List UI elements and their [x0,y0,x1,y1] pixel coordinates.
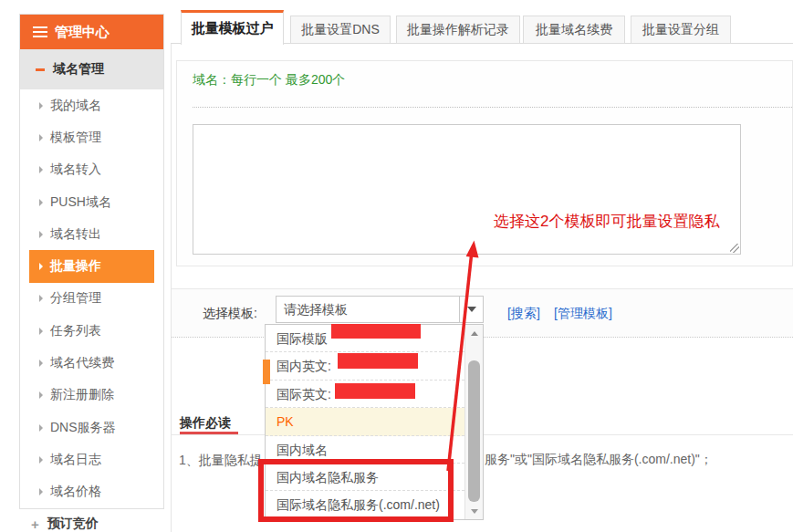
chevron-right-icon [39,328,43,335]
dotted-separator [193,107,792,108]
sidebar-item-label: PUSH域名 [50,194,111,211]
sidebar-footer-label: 预订竞价 [47,516,99,532]
sidebar-item-domain-prices[interactable]: 域名价格 [20,476,163,508]
scroll-down-arrow-icon[interactable] [465,504,483,518]
chevron-right-icon [39,102,43,110]
tab-label: 批量操作解析记录 [407,22,509,38]
dropdown-scrollbar[interactable] [464,325,483,519]
domain-input-panel: 域名：每行一个 最多200个 [176,60,793,266]
sidebar-item-label: 域名转入 [50,162,101,178]
hamburger-menu-icon [33,26,47,37]
chevron-right-icon [39,456,43,464]
sidebar-item-template-management[interactable]: 模板管理 [20,121,163,153]
redaction-box [331,324,421,339]
domain-hint-text: 域名：每行一个 最多200个 [193,72,345,89]
chevron-right-icon [39,231,43,238]
sidebar-item-new-registration-delete[interactable]: 新注册删除 [20,380,163,412]
sidebar-item-my-domains[interactable]: 我的域名 [20,89,163,121]
sidebar-item-list: 我的域名 模板管理 域名转入 PUSH域名 域名转出 批量操作 分组管理 任务列… [20,89,163,508]
tab-label: 批量设置DNS [301,22,380,38]
redaction-box [335,383,415,399]
chevron-right-icon [39,199,43,206]
manage-templates-link[interactable]: [管理模板] [554,289,612,339]
scrollbar-thumb[interactable] [468,360,480,502]
sidebar-item-label: 域名价格 [50,484,101,500]
chevron-right-icon [39,134,43,141]
sidebar-header-title: 管理中心 [55,24,110,41]
chevron-right-icon [39,360,43,367]
sidebar-item-label: 批量操作 [50,258,101,275]
orange-marker-fragment [263,360,270,384]
sidebar: 管理中心 域名管理 我的域名 模板管理 域名转入 PUSH域名 域名转出 批量操… [19,14,164,509]
domain-list-textarea[interactable] [193,124,741,255]
triangle-up-icon [471,331,478,336]
template-select[interactable]: 请选择模板 [276,296,484,323]
chevron-right-icon [39,488,43,495]
sidebar-item-label: 任务列表 [50,323,101,339]
tab-label: 批量模板过户 [192,20,274,37]
dropdown-option-pk[interactable]: PK [266,408,483,435]
sidebar-item-domain-transfer-out[interactable]: 域名转出 [20,218,163,250]
textarea-resize-handle-icon[interactable] [730,244,739,253]
content-left-divider [171,43,172,532]
annotation-callout-text: 选择这2个模板即可批量设置隐私 [494,211,719,232]
sidebar-item-dns-server[interactable]: DNS服务器 [20,412,163,443]
sidebar-item-label: 分组管理 [50,290,101,307]
chevron-right-icon [39,263,43,270]
sidebar-item-label: 模板管理 [50,130,101,146]
tab-batch-dns-records[interactable]: 批量操作解析记录 [396,16,520,44]
chevron-down-icon [467,307,476,312]
select-caret-button[interactable] [459,297,483,322]
sidebar-section-domain-management[interactable]: 域名管理 [20,49,163,89]
sidebar-item-label: 域名日志 [50,452,101,468]
tab-batch-set-dns[interactable]: 批量设置DNS [290,16,391,44]
notice-title: 操作必读 [180,415,231,432]
expand-plus-icon: + [31,516,39,532]
template-select-value: 请选择模板 [284,297,348,322]
sidebar-item-batch-operations[interactable]: 批量操作 [29,250,154,282]
page: 管理中心 域名管理 我的域名 模板管理 域名转入 PUSH域名 域名转出 批量操… [0,0,793,532]
annotation-rectangle [258,459,454,522]
sidebar-item-domain-transfer-in[interactable]: 域名转入 [20,154,163,186]
chevron-right-icon [39,391,43,399]
sidebar-header[interactable]: 管理中心 [20,15,163,49]
sidebar-item-task-list[interactable]: 任务列表 [20,315,163,347]
tab-label: 批量设置分组 [642,22,719,38]
chevron-right-icon [39,166,43,173]
tab-batch-set-group[interactable]: 批量设置分组 [631,16,731,44]
scroll-up-arrow-icon[interactable] [465,326,483,340]
search-link[interactable]: [搜索] [507,289,540,339]
sidebar-item-label: 域名代续费 [50,355,114,371]
sidebar-item-push-domain[interactable]: PUSH域名 [20,186,163,218]
sidebar-item-label: 域名转出 [50,226,101,243]
template-select-label: 选择模板: [203,289,257,339]
sidebar-section-label: 域名管理 [53,61,104,78]
collapse-minus-icon [36,68,45,71]
notice-text-right-fragment: 服务"或"国际域名隐私服务(.com/.net)"； [485,452,713,468]
tab-batch-domain-renewal[interactable]: 批量域名续费 [523,16,625,44]
sidebar-item-group-management[interactable]: 分组管理 [20,283,163,315]
sidebar-item-domain-logs[interactable]: 域名日志 [20,443,163,475]
triangle-down-icon [471,509,478,514]
chevron-right-icon [39,424,43,432]
tab-batch-template-transfer[interactable]: 批量模板过户 [181,10,284,45]
notice-text-left-fragment: 1、批量隐私提 [179,453,263,469]
sidebar-item-label: 新注册删除 [50,387,114,403]
chevron-right-icon [39,295,43,302]
tab-label: 批量域名续费 [536,22,612,38]
sidebar-item-label: 我的域名 [50,98,101,114]
sidebar-section-preorder-auction[interactable]: + 预订竞价 [19,516,164,532]
redaction-box [338,353,418,369]
sidebar-item-domain-renewal[interactable]: 域名代续费 [20,347,163,379]
sidebar-item-label: DNS服务器 [50,420,116,436]
